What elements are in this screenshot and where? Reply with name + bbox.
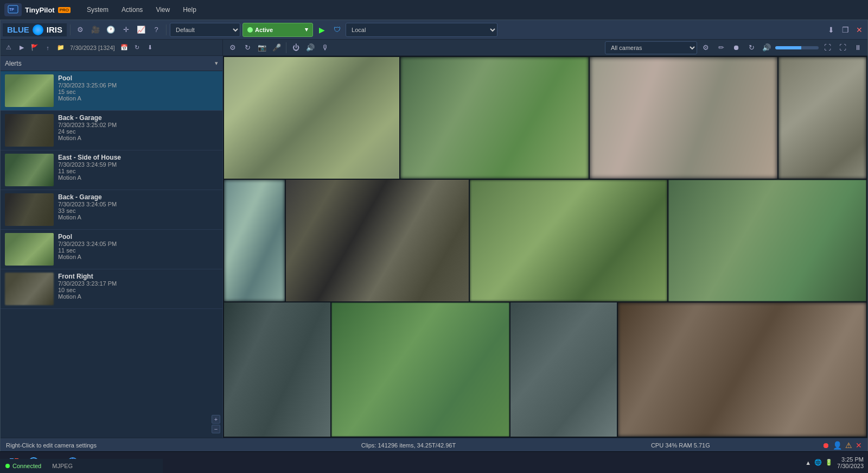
close-btn[interactable]: ✕ xyxy=(853,24,865,36)
camera-cell-5[interactable] xyxy=(224,180,285,301)
calendar-btn[interactable]: 📅 xyxy=(118,42,130,54)
cam-power-btn[interactable]: ⏻ xyxy=(289,41,302,54)
alert-folder-btn[interactable]: 📁 xyxy=(55,42,67,54)
cam-config-btn[interactable]: ⚙ xyxy=(699,41,712,54)
profile-select[interactable]: Default xyxy=(170,23,240,37)
camera-cell-2[interactable] xyxy=(400,57,588,179)
statusbar: Right-Click to edit camera settings Clip… xyxy=(1,438,867,452)
camera-cell-9[interactable] xyxy=(224,302,330,437)
refresh-btn[interactable]: ↻ xyxy=(131,42,143,54)
alert-date: 7/30/2023 3:24:05 PM xyxy=(58,241,218,247)
alert-thumb-garage1 xyxy=(5,114,54,147)
menu-help[interactable]: Help xyxy=(177,4,202,16)
alert-name: Back - Garage xyxy=(58,114,218,122)
play-btn[interactable]: ▶ xyxy=(315,23,328,36)
alert-date: 7/30/2023 3:23:17 PM xyxy=(58,280,218,287)
alert-info-east1: East - Side of House 7/30/2023 3:24:59 P… xyxy=(58,154,218,181)
warning-icon: ⚠ xyxy=(845,441,852,450)
status-label: Active xyxy=(255,27,273,33)
alert-thumb-frontright xyxy=(5,273,54,305)
alert-dur: 15 sec xyxy=(58,89,218,95)
status-tip: Right-Click to edit camera settings xyxy=(6,442,267,449)
alert-filter-btn[interactable]: ⚠ xyxy=(3,42,15,54)
cam-pause-btn[interactable]: ⏸ xyxy=(851,41,864,54)
alert-flag-btn[interactable]: 🚩 xyxy=(29,42,41,54)
schedule-btn[interactable]: 🕐 xyxy=(104,23,117,36)
alert-item-pool1[interactable]: Pool 7/30/2023 3:25:06 PM 15 sec Motion … xyxy=(1,71,222,111)
status-clips: Clips: 141296 items, 34.25T/42.96T xyxy=(278,442,539,449)
cam-record-btn[interactable]: ⏺ xyxy=(730,41,743,54)
tray-network: 🌐 xyxy=(814,459,822,466)
volume-slider[interactable] xyxy=(775,46,819,49)
camera-cell-1[interactable] xyxy=(224,57,399,179)
alert-export-btn[interactable]: ↑ xyxy=(42,42,54,54)
camera-row-2 xyxy=(224,180,866,301)
download-btn[interactable]: ⬇ xyxy=(825,24,837,36)
camera-filter-select[interactable]: All cameras xyxy=(605,41,697,54)
cam-speaker-btn[interactable]: 🔊 xyxy=(304,41,317,54)
cam-settings-btn[interactable]: ⚙ xyxy=(226,41,239,54)
alert-date: 7/30/2023 3:24:05 PM xyxy=(58,201,218,207)
alert-motion: Motion A xyxy=(58,214,218,220)
dropdown-arrow: ▾ xyxy=(305,26,308,33)
camera-cell-6[interactable] xyxy=(286,180,469,301)
zoom-out-btn[interactable]: − xyxy=(212,425,220,433)
status-active-btn[interactable]: Active ▾ xyxy=(242,23,313,37)
clock-time: 3:25 PM xyxy=(837,456,864,463)
bi-logo: BLUE IRIS xyxy=(3,23,67,36)
logo-icon: TP xyxy=(4,3,22,16)
codec-status: MJPEG xyxy=(52,463,73,469)
menu-system[interactable]: System xyxy=(81,4,114,16)
tray-arrow[interactable]: ▲ xyxy=(805,459,811,466)
graphs-btn[interactable]: 📈 xyxy=(135,23,148,36)
ptz-btn[interactable]: ✛ xyxy=(119,23,132,36)
cam-reload-btn[interactable]: ↻ xyxy=(745,41,758,54)
camera-cell-11[interactable] xyxy=(510,302,617,437)
camera-cell-12[interactable] xyxy=(618,302,866,437)
cam-maximize-btn[interactable]: ⛶ xyxy=(821,41,834,54)
clock-date: 7/30/2023 xyxy=(837,463,864,469)
alert-item-frontright[interactable]: Front Right 7/30/2023 3:23:17 PM 10 sec … xyxy=(1,269,222,309)
alert-thumb-garage2 xyxy=(5,193,54,226)
alert-date: 7/30/2023 3:24:59 PM xyxy=(58,161,218,168)
camera-cell-4[interactable] xyxy=(778,57,866,179)
camera-cell-8[interactable] xyxy=(668,180,866,301)
alert-dur: 10 sec xyxy=(58,287,218,293)
menu-view[interactable]: View xyxy=(150,4,175,16)
cam-video-btn[interactable]: 📷 xyxy=(256,41,269,54)
cam-refresh-btn[interactable]: ↻ xyxy=(241,41,254,54)
svg-text:TP: TP xyxy=(9,8,14,11)
settings-btn[interactable]: ⚙ xyxy=(74,23,87,36)
camera-cell-7[interactable] xyxy=(470,180,668,301)
cam-mic-btn[interactable]: 🎤 xyxy=(270,41,283,54)
cam-fullscreen-btn[interactable]: ⛶ xyxy=(836,41,849,54)
camera-grid-container xyxy=(223,56,867,438)
menu-actions[interactable]: Actions xyxy=(116,4,148,16)
alert-thumb-east1 xyxy=(5,154,54,186)
alert-play-btn[interactable]: ▶ xyxy=(16,42,28,54)
help-btn[interactable]: ? xyxy=(150,23,163,36)
cam-edit-btn[interactable]: ✏ xyxy=(714,41,727,54)
restore-btn[interactable]: ❐ xyxy=(839,24,851,36)
left-panel: Alerts ▾ Pool 7/30/2023 3:25:06 PM 15 se… xyxy=(1,56,223,438)
alerts-header: Alerts ▾ xyxy=(1,56,222,71)
error-icon: ✕ xyxy=(856,441,862,450)
alert-dur: 33 sec xyxy=(58,207,218,214)
location-select[interactable]: Local xyxy=(346,23,497,37)
camera-cell-3[interactable] xyxy=(590,57,777,179)
alert-item-garage1[interactable]: Back - Garage 7/30/2023 3:25:02 PM 24 se… xyxy=(1,111,222,150)
alert-item-garage2[interactable]: Back - Garage 7/30/2023 3:24:05 PM 33 se… xyxy=(1,190,222,230)
cameras-btn[interactable]: 🎥 xyxy=(89,23,102,36)
alerts-dropdown[interactable]: ▾ xyxy=(215,60,218,67)
shield-btn[interactable]: 🛡 xyxy=(330,23,343,36)
alerts-list: Pool 7/30/2023 3:25:06 PM 15 sec Motion … xyxy=(1,71,222,411)
zoom-in-btn[interactable]: + xyxy=(212,415,220,424)
app-name: TinyPilot xyxy=(25,6,55,14)
cam-mic2-btn[interactable]: 🎙 xyxy=(318,41,331,54)
download2-btn[interactable]: ⬇ xyxy=(144,42,156,54)
alert-item-pool2[interactable]: Pool 7/30/2023 3:24:05 PM 11 sec Motion … xyxy=(1,230,222,269)
alert-item-east1[interactable]: East - Side of House 7/30/2023 3:24:59 P… xyxy=(1,150,222,190)
cam-vol-btn[interactable]: 🔊 xyxy=(760,41,773,54)
camera-cell-10[interactable] xyxy=(331,302,509,437)
left-alert-toolbar: ⚠ ▶ 🚩 ↑ 📁 7/30/2023 [1324] 📅 ↻ ⬇ xyxy=(1,40,223,55)
